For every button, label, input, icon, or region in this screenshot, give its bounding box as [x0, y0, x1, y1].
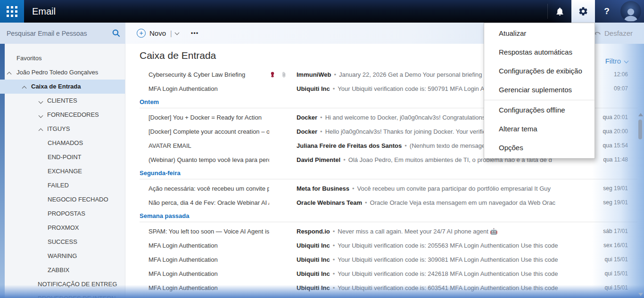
menu-item-alterar-tema[interactable]: Alterar tema [484, 120, 594, 138]
folder-label: ITGUYS [47, 122, 70, 136]
sidebar-item-jo-o-pedro-toledo-gon-alves[interactable]: João Pedro Toledo Gonçalves [0, 65, 125, 80]
email-row[interactable]: MFA Login AuthenticationUbiquiti Inc•You… [125, 266, 644, 281]
sidebar-item-itguys[interactable]: ITGUYS [0, 122, 125, 136]
email-preview: Never miss a call again. Meet your 24/7 … [338, 228, 497, 235]
sidebar-item-fornecedores[interactable]: FORNECEDORES [0, 108, 125, 122]
folder-label: ZABBIX [48, 263, 69, 277]
help-button[interactable]: ? [595, 0, 619, 23]
sidebar-item-chamados[interactable]: CHAMADOS [0, 136, 125, 150]
separator-dot: • [320, 114, 322, 121]
menu-item-gerenciar-suplementos[interactable]: Gerenciar suplementos [484, 81, 594, 99]
email-sender: Ubiquiti Inc [297, 256, 330, 263]
folder-label: CLIENTES [47, 94, 77, 108]
sidebar-item-clientes[interactable]: CLIENTES [0, 94, 125, 108]
plus-circle-icon: + [137, 29, 146, 38]
email-row[interactable]: Ação necessária: você recebeu um convite… [125, 181, 644, 195]
chevron-up-icon[interactable] [7, 72, 12, 77]
menu-item-op-es[interactable]: Opções [484, 138, 594, 157]
app-launcher-button[interactable] [0, 0, 24, 23]
scrollbar-thumb[interactable] [638, 120, 642, 139]
email-preview: Você recebeu um convite para participar … [357, 185, 551, 192]
folder-label: PROVEDORES DE INTERN [38, 291, 116, 298]
chevron-down-icon[interactable] [39, 113, 43, 118]
help-icon: ? [604, 6, 610, 16]
sidebar-item-zabbix[interactable]: ZABBIX [0, 263, 125, 277]
chevron-down-icon [624, 59, 629, 64]
email-row[interactable]: Não perca, dia 4 de Fev: Oracle Webinar … [125, 195, 644, 209]
sidebar-item-exchange[interactable]: EXCHANGE [0, 164, 125, 178]
vertical-scrollbar[interactable] [637, 112, 643, 297]
search-input[interactable] [6, 29, 107, 38]
top-bar: Email ? [0, 0, 644, 23]
menu-item-configura-es-de-exibi-o[interactable]: Configurações de exibição [484, 62, 594, 81]
email-subject: [Docker] Complete your account creation … [149, 128, 269, 135]
sidebar-item-warning[interactable]: WARNING [0, 249, 125, 263]
profile-avatar[interactable] [620, 1, 641, 22]
sidebar-item-propostas[interactable]: PROPOSTAS [0, 207, 125, 221]
settings-button[interactable] [571, 0, 595, 23]
chevron-up-icon[interactable] [22, 86, 27, 91]
email-timestamp: qui 15/01 [587, 256, 628, 263]
folder-label: Favoritos [17, 51, 41, 65]
app-launcher-icon [7, 6, 17, 17]
email-sender: Oracle Webinars Team [297, 199, 362, 206]
email-preview: Your Ubiquiti verification code is: 2055… [338, 242, 558, 249]
folder-label: João Pedro Toledo Gonçalves [17, 65, 98, 80]
sidebar-item-favoritos[interactable]: Favoritos [0, 51, 125, 65]
search-box [0, 23, 125, 44]
menu-item-configura-es-offline[interactable]: Configurações offline [484, 101, 594, 120]
separator-dot: • [333, 270, 335, 277]
email-preview: (Nenhum texto de mensagem) [410, 142, 493, 149]
sidebar-item-end-point[interactable]: END-POINT [0, 150, 125, 164]
undo-button[interactable]: Desfazer [593, 23, 633, 44]
email-subject: MFA Login Authentication [149, 85, 269, 92]
email-meta: Ubiquiti Inc•Your Ubiquiti verification … [297, 256, 587, 263]
separator-dot: • [365, 199, 367, 206]
sidebar-item-negocio-fechado[interactable]: NEGOCIO FECHADO [0, 193, 125, 207]
menu-item-atualizar[interactable]: Atualizar [484, 24, 594, 43]
email-subject: Cybersecurity & Cyber Law Briefing [149, 71, 269, 78]
separator-dot: • [333, 256, 335, 263]
email-timestamp: sáb 17/01 [587, 228, 628, 234]
sidebar-item-proxmox[interactable]: PROXMOX [0, 221, 125, 235]
ribbon-icon [269, 71, 276, 78]
sidebar-item-caixa-de-entrada[interactable]: Caixa de Entrada [0, 80, 125, 94]
email-subject: MFA Login Authentication [149, 284, 269, 291]
email-sender: Ubiquiti Inc [297, 85, 330, 92]
email-row[interactable]: MFA Login AuthenticationUbiquiti Inc•You… [125, 238, 644, 252]
email-timestamp: qui 15/01 [587, 270, 628, 277]
folder-label: NOTIFICAÇÃO DE ENTREG [38, 277, 117, 291]
outlook-web-app: Email ? [0, 0, 644, 298]
notifications-button[interactable] [548, 0, 571, 23]
email-subject: MFA Login Authentication [149, 270, 269, 277]
email-meta: Meta for Business•Você recebeu um convit… [297, 185, 587, 192]
more-commands-button[interactable]: ••• [191, 30, 199, 37]
sidebar-item-provedores-de-intern[interactable]: PROVEDORES DE INTERN [0, 291, 125, 298]
sidebar-item-success[interactable]: SUCCESS [0, 235, 125, 249]
sidebar-item-failed[interactable]: FAILED [0, 178, 125, 193]
chevron-up-icon[interactable] [39, 129, 43, 133]
email-preview: Your Ubiquiti verification code is: 6035… [338, 284, 558, 291]
email-row[interactable]: MFA Login AuthenticationUbiquiti Inc•You… [125, 252, 644, 266]
scroll-up-arrow[interactable] [638, 113, 643, 116]
paperclip-icon [281, 71, 287, 78]
scroll-down-arrow[interactable] [638, 293, 643, 296]
email-row[interactable]: SPAM: You left too soon — Voice AI Agent… [125, 224, 644, 238]
email-timestamp: sex 16/01 [587, 242, 628, 249]
menu-item-respostas-autom-ticas[interactable]: Respostas automáticas [484, 43, 594, 62]
separator-dot: • [320, 128, 322, 135]
separator-dot: • [352, 185, 355, 192]
chevron-down-icon[interactable] [39, 99, 43, 104]
filter-button[interactable]: Filtro [605, 57, 632, 65]
email-timestamp: seg 19/01 [587, 185, 628, 192]
search-submit-button[interactable] [107, 29, 125, 38]
email-timestamp: qui 15/01 [587, 284, 628, 291]
email-row[interactable]: Cybersecurity & Cyber Law BriefingImmuni… [125, 295, 644, 298]
email-meta: Oracle Webinars Team•Oracle Oracle Veja … [297, 199, 587, 206]
folder-label: CHAMADOS [48, 136, 83, 150]
email-sender: Ubiquiti Inc [297, 270, 330, 277]
sidebar-item-notifica-o-de-entreg[interactable]: NOTIFICAÇÃO DE ENTREG [0, 277, 125, 291]
new-message-button[interactable]: + Novo | [137, 29, 179, 38]
person-icon [623, 8, 639, 22]
email-row[interactable]: MFA Login AuthenticationUbiquiti Inc•You… [125, 281, 644, 295]
